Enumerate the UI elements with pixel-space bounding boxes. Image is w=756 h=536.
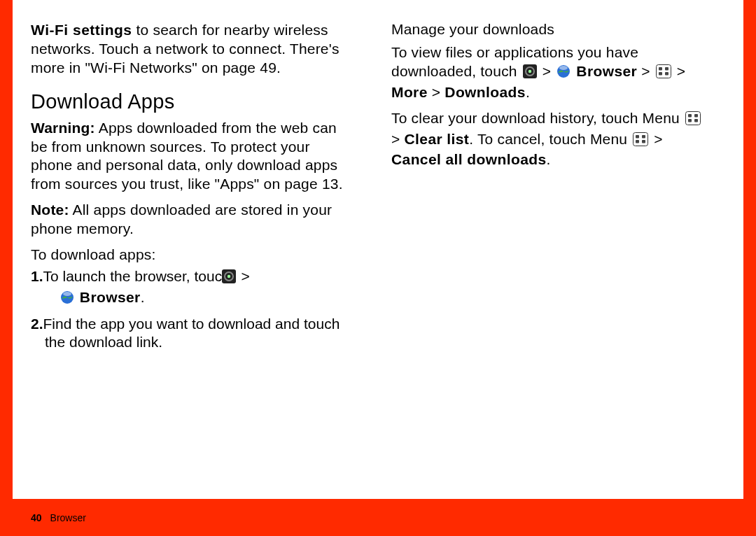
right-column: Manage your downloads To view files or a… — [391, 21, 713, 485]
step-1-period: . — [141, 289, 145, 305]
p1-gt4: > — [428, 84, 445, 100]
svg-rect-20 — [634, 132, 648, 146]
browser-label: Browser — [80, 289, 141, 305]
svg-rect-22 — [642, 135, 645, 139]
note-paragraph: Note: All apps downloaded are stored in … — [31, 201, 352, 239]
footer-section: Browser — [50, 512, 86, 523]
svg-rect-21 — [636, 135, 639, 139]
step-1: 1.To launch the browser, touch > Browser… — [31, 267, 352, 309]
home-icon — [523, 64, 537, 83]
p1-period: . — [526, 84, 530, 100]
menu-icon — [685, 111, 701, 130]
svg-rect-14 — [665, 72, 668, 76]
to-download-lead: To download apps: — [31, 246, 352, 265]
step-2-num: 2. — [31, 316, 43, 332]
warning-label: Warning: — [31, 120, 95, 136]
wifi-settings-label: Wi-Fi settings — [31, 22, 132, 38]
browser-label-2: Browser — [576, 63, 637, 79]
step-2: 2.Find the app you want to download and … — [31, 315, 352, 353]
svg-point-4 — [63, 292, 71, 296]
svg-point-9 — [559, 66, 568, 70]
svg-rect-12 — [665, 67, 668, 71]
warning-paragraph: Warning: Apps downloaded from the web ca… — [31, 119, 352, 195]
svg-rect-10 — [656, 64, 671, 78]
p2-gt1: > — [391, 131, 405, 147]
svg-rect-15 — [685, 111, 700, 125]
svg-rect-13 — [659, 72, 662, 76]
p1-gt3: > — [673, 63, 686, 79]
page-number: 40 — [31, 512, 42, 523]
step-2-text: Find the app you want to download and to… — [43, 316, 340, 351]
manage-downloads-heading: Manage your downloads — [391, 21, 713, 38]
svg-rect-16 — [688, 114, 692, 118]
menu-icon — [656, 64, 671, 83]
download-apps-heading: Download Apps — [31, 90, 352, 113]
manage-p1: To view files or applications you have d… — [391, 43, 713, 102]
globe-icon — [556, 64, 570, 83]
svg-rect-18 — [688, 119, 692, 122]
step-1-gt: > — [237, 268, 250, 284]
svg-rect-17 — [694, 114, 698, 118]
manual-page: Wi-Fi settings to search for nearby wire… — [13, 0, 743, 499]
svg-rect-19 — [694, 119, 698, 122]
p2-d: . To cancel, touch Menu — [469, 131, 631, 147]
clear-list-label: Clear list — [405, 131, 470, 147]
downloads-label: Downloads — [444, 84, 526, 100]
wifi-settings-paragraph: Wi-Fi settings to search for nearby wire… — [31, 21, 352, 78]
left-column: Wi-Fi settings to search for nearby wire… — [31, 21, 352, 485]
p1-gt2: > — [637, 63, 654, 79]
more-label: More — [391, 84, 428, 100]
manage-p2: To clear your download history, touch Me… — [391, 109, 713, 170]
globe-icon — [60, 290, 74, 309]
step-1-text-a: To launch the browser, touch — [43, 268, 234, 284]
note-body: All apps downloaded are stored in your p… — [31, 202, 332, 237]
step-1-num: 1. — [31, 268, 43, 284]
menu-icon — [633, 132, 648, 151]
svg-point-7 — [528, 70, 531, 73]
p2-gt2: > — [650, 131, 663, 147]
svg-rect-23 — [636, 140, 639, 143]
p2-a: To clear your download history, touch Me… — [391, 110, 684, 126]
note-label: Note: — [31, 202, 69, 218]
steps-list: 1.To launch the browser, touch > Browser… — [31, 267, 352, 353]
page-footer: 40 Browser — [13, 499, 743, 536]
cancel-all-label: Cancel all downloads — [391, 151, 547, 167]
columns: Wi-Fi settings to search for nearby wire… — [31, 21, 713, 485]
svg-rect-11 — [659, 67, 662, 71]
p1-gt1: > — [538, 63, 556, 79]
p2-period: . — [547, 151, 551, 167]
svg-rect-24 — [642, 140, 645, 143]
svg-point-2 — [227, 275, 230, 278]
